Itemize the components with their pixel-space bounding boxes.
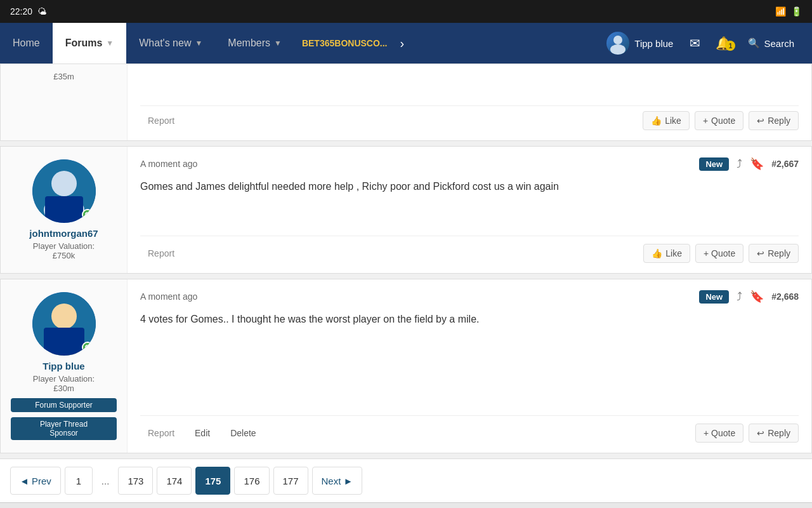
author-name-johntmorgan67[interactable]: johntmorgan67 [29,228,98,239]
share-icon-2667[interactable]: ⤴ [737,157,742,171]
forum-supporter-badge: Forum Supporter [11,398,117,412]
like-button-partial[interactable]: 👍 Like [643,111,690,130]
home-nav-label: Home [13,37,40,49]
post-header-2667: A moment ago New ⤴ 🔖 #2,667 [140,157,799,171]
wifi-icon: 📶 [775,6,786,17]
user-avatar [606,32,629,55]
author-avatar-tippblue [32,292,96,356]
edit-button-2668[interactable]: Edit [187,424,218,442]
page-ellipsis: ... [96,476,115,486]
author-avatar-johntmorgan67 [32,159,96,223]
whats-new-dropdown-arrow[interactable]: ▼ [195,39,202,48]
post-text-2667: Gomes and James delightful needed more h… [140,178,799,225]
forums-nav-item[interactable]: Forums ▼ [53,23,127,64]
bet-banner[interactable]: BET365BONUSCO... [294,23,395,64]
forums-dropdown-arrow[interactable]: ▼ [106,39,114,48]
status-bar: 22:20 🌤 📶 🔋 [0,0,812,23]
page-175-btn-active[interactable]: 175 [195,467,230,495]
svg-point-1 [610,44,625,55]
post-timestamp-2668: A moment ago [140,291,197,302]
reply-icon-2667: ↩ [757,248,764,258]
player-thread-sponsor-badge: Player ThreadSponsor [11,417,117,440]
share-icon-2668[interactable]: ⤴ [737,290,742,304]
bookmark-icon-2668[interactable]: 🔖 [750,290,764,304]
svg-point-0 [613,36,622,44]
partial-post: £35m Report 👍 Like [0,64,812,141]
quote-button-2668[interactable]: + Quote [695,424,743,443]
report-button-partial[interactable]: Report [140,112,182,130]
post-2668: Tipp blue Player Valuation: £30m Forum S… [0,279,812,453]
svg-point-9 [51,304,77,329]
bookmark-icon-2667[interactable]: 🔖 [750,157,764,171]
online-indicator-tippblue [82,342,93,353]
like-icon-2667: 👍 [652,248,662,258]
members-dropdown-arrow[interactable]: ▼ [274,39,282,48]
members-nav-item[interactable]: Members ▼ [215,23,294,64]
quote-button-2667[interactable]: + Quote [695,244,743,263]
reply-icon-2668: ↩ [757,428,764,438]
author-valuation-tippblue: Player Valuation: £30m [33,374,95,393]
post-actions-2668: Report Edit Delete + Quote ↩ Reply [140,415,799,443]
like-button-2667[interactable]: 👍 Like [643,244,690,263]
post-actions-2667: Report 👍 Like + Quote ↩ Reply [140,236,799,263]
report-button-2668[interactable]: Report [140,424,182,442]
time-display: 22:20 [10,6,32,17]
reply-button-2668[interactable]: ↩ Reply [749,424,799,443]
partial-post-body: Report 👍 Like + Quote ↩ [128,64,811,140]
search-btn[interactable]: 🔍 Search [740,37,802,49]
battery-icon: 🔋 [791,6,802,17]
author-name-tippblue[interactable]: Tipp blue [43,361,84,371]
svg-point-3 [51,171,77,196]
bet-banner-text: BET365BONUSCO... [302,38,388,48]
like-icon: 👍 [651,116,662,126]
post-timestamp-2667: A moment ago [140,159,197,169]
members-label: Members [228,37,270,49]
post-author-tippblue: Tipp blue Player Valuation: £30m Forum S… [1,279,128,453]
search-icon: 🔍 [748,37,760,49]
post-header-2668: A moment ago New ⤴ 🔖 #2,668 [140,290,799,304]
user-menu[interactable]: Tipp blue [599,32,681,55]
navbar: Home Forums ▼ What's new ▼ Members ▼ BET… [0,23,812,64]
more-nav-item[interactable]: › [395,23,410,64]
bottom-nav: ||| ○ ‹ [0,502,812,508]
weather-icon: 🌤 [37,6,46,17]
whats-new-label: What's new [139,37,191,49]
notification-icon-btn[interactable]: 🔔 1 [709,36,738,51]
page-173-btn[interactable]: 173 [118,467,153,495]
svg-rect-5 [45,196,83,223]
post-num-2667: #2,667 [771,159,799,169]
search-label: Search [764,38,794,49]
delete-button-2668[interactable]: Delete [223,424,263,442]
post-num-2668: #2,668 [771,291,799,302]
reply-icon: ↩ [757,116,764,126]
pagination: ◄ Prev 1 ... 173 174 175 176 177 Next ► [0,458,812,502]
page-174-btn[interactable]: 174 [157,467,192,495]
report-button-2667[interactable]: Report [140,244,182,262]
post-body-2668: A moment ago New ⤴ 🔖 #2,668 4 votes for … [128,279,811,453]
post-author-johntmorgan67: johntmorgan67 Player Valuation: £750k [1,147,128,273]
svg-point-13 [85,345,90,350]
home-nav-item[interactable]: Home [0,23,53,64]
main-content: £35m Report 👍 Like [0,64,812,502]
online-indicator [82,209,93,220]
svg-point-7 [85,212,90,217]
new-badge-2667: New [699,157,729,171]
more-icon[interactable]: › [400,36,405,51]
quote-icon: + [703,116,708,126]
partial-post-author: £35m [1,64,128,140]
page-1-btn[interactable]: 1 [65,467,93,495]
page-177-btn[interactable]: 177 [273,467,308,495]
user-name: Tipp blue [634,38,673,49]
reply-button-2667[interactable]: ↩ Reply [749,244,799,263]
partial-valuation: £35m [53,72,74,81]
page-176-btn[interactable]: 176 [234,467,269,495]
mail-icon-btn[interactable]: ✉ [683,36,707,51]
notification-badge: 1 [725,41,735,51]
next-page-btn[interactable]: Next ► [312,467,363,495]
whats-new-nav-item[interactable]: What's new ▼ [126,23,215,64]
quote-button-partial[interactable]: + Quote [695,111,743,130]
prev-page-btn[interactable]: ◄ Prev [10,467,61,495]
reply-button-partial[interactable]: ↩ Reply [749,111,799,130]
author-valuation-johntmorgan67: Player Valuation: £750k [33,241,95,260]
post-body-2667: A moment ago New ⤴ 🔖 #2,667 Gomes and Ja… [128,147,811,273]
